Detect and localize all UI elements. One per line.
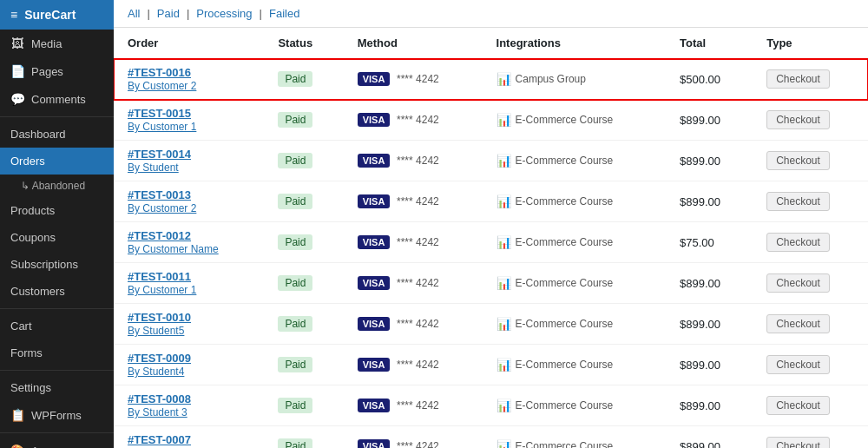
cell-method-1: VISA **** 4242 bbox=[344, 100, 483, 141]
order-customer-8[interactable]: By Student 3 bbox=[128, 406, 187, 418]
cell-type-6: Checkout bbox=[753, 304, 868, 345]
sidebar-divider-2 bbox=[0, 308, 114, 309]
status-badge-4: Paid bbox=[278, 234, 312, 250]
cell-order-1: #TEST-0015 By Customer 1 bbox=[114, 100, 264, 141]
sidebar-item-customers[interactable]: Customers bbox=[0, 278, 114, 305]
table-row: #TEST-0015 By Customer 1 Paid VISA **** … bbox=[114, 100, 868, 141]
cell-total-7: $899.00 bbox=[666, 345, 753, 385]
status-badge-5: Paid bbox=[278, 275, 312, 291]
sidebar-label-dashboard: Dashboard bbox=[10, 128, 66, 141]
checkout-button-3[interactable]: Checkout bbox=[766, 192, 830, 211]
table-row: #TEST-0008 By Student 3 Paid VISA **** 4… bbox=[114, 385, 868, 426]
filter-failed[interactable]: Failed bbox=[269, 7, 299, 20]
cell-status-1: Paid bbox=[264, 100, 343, 141]
sidebar-item-coupons[interactable]: Coupons bbox=[0, 224, 114, 251]
bar-chart-icon-4: 📊 bbox=[496, 235, 511, 249]
sidebar-label-pages: Pages bbox=[31, 65, 63, 78]
checkout-button-9[interactable]: Checkout bbox=[766, 437, 830, 448]
sidebar-label-abandoned: ↳ Abandoned bbox=[21, 180, 85, 192]
cell-status-3: Paid bbox=[264, 181, 343, 222]
filter-sep-1: | bbox=[147, 7, 149, 20]
order-customer-2[interactable]: By Student bbox=[128, 161, 179, 174]
sidebar-item-products[interactable]: Products bbox=[0, 197, 114, 224]
sidebar-item-wpforms[interactable]: 📋 WPForms bbox=[0, 401, 114, 429]
orders-table-wrap: Order Status Method Integrations Total T… bbox=[114, 28, 868, 448]
filter-bar: All | Paid | Processing | Failed bbox=[114, 0, 868, 28]
sidebar-item-dashboard[interactable]: Dashboard bbox=[0, 121, 114, 148]
order-id-1[interactable]: #TEST-0015 bbox=[128, 107, 191, 120]
cell-order-7: #TEST-0009 By Student4 bbox=[114, 345, 264, 385]
order-customer-3[interactable]: By Customer 2 bbox=[128, 202, 196, 214]
cell-order-4: #TEST-0012 By Customer Name bbox=[114, 222, 264, 263]
sidebar-item-cart[interactable]: Cart bbox=[0, 313, 114, 339]
order-id-5[interactable]: #TEST-0011 bbox=[128, 270, 191, 283]
filter-all[interactable]: All bbox=[128, 7, 140, 20]
checkout-button-6[interactable]: Checkout bbox=[766, 314, 830, 333]
sidebar-label-forms: Forms bbox=[10, 346, 43, 359]
sidebar-item-pages[interactable]: 📄 Pages bbox=[0, 57, 114, 85]
surecart-brand[interactable]: ≡ SureCart bbox=[0, 0, 114, 30]
sidebar-item-subscriptions[interactable]: Subscriptions bbox=[0, 251, 114, 278]
cell-total-5: $899.00 bbox=[666, 263, 753, 304]
status-badge-8: Paid bbox=[278, 398, 312, 413]
sidebar-divider-4 bbox=[0, 432, 114, 433]
checkout-button-0[interactable]: Checkout bbox=[766, 69, 830, 89]
sidebar-item-appearance[interactable]: 🎨 Appearance bbox=[0, 437, 114, 448]
cell-total-0: $500.00 bbox=[666, 59, 753, 100]
method-last4-8: **** 4242 bbox=[397, 399, 439, 412]
order-id-7[interactable]: #TEST-0009 bbox=[128, 352, 191, 365]
integration-5: 📊 E-Commerce Course bbox=[496, 276, 614, 290]
order-id-3[interactable]: #TEST-0013 bbox=[128, 188, 191, 201]
order-customer-7[interactable]: By Student4 bbox=[128, 366, 184, 378]
order-id-9[interactable]: #TEST-0007 bbox=[128, 433, 191, 446]
comments-icon: 💬 bbox=[10, 92, 24, 106]
total-amount-3: $899.00 bbox=[680, 195, 720, 208]
bar-chart-icon-8: 📊 bbox=[496, 399, 511, 412]
bar-chart-icon-7: 📊 bbox=[496, 358, 511, 372]
cell-method-5: VISA **** 4242 bbox=[344, 263, 483, 304]
pages-icon: 📄 bbox=[10, 64, 24, 78]
order-customer-6[interactable]: By Student5 bbox=[128, 325, 184, 337]
cell-status-9: Paid bbox=[264, 426, 343, 449]
filter-paid[interactable]: Paid bbox=[157, 7, 180, 20]
sidebar-item-abandoned[interactable]: ↳ Abandoned bbox=[0, 175, 114, 197]
sidebar-label-customers: Customers bbox=[10, 285, 65, 298]
sidebar-label-cart: Cart bbox=[10, 320, 32, 333]
sidebar-item-forms[interactable]: Forms bbox=[0, 339, 114, 366]
cell-status-5: Paid bbox=[264, 263, 343, 304]
order-customer-4[interactable]: By Customer Name bbox=[128, 243, 219, 255]
order-id-0[interactable]: #TEST-0016 bbox=[128, 66, 191, 79]
checkout-button-1[interactable]: Checkout bbox=[766, 110, 830, 129]
checkout-button-4[interactable]: Checkout bbox=[766, 233, 830, 252]
cell-method-8: VISA **** 4242 bbox=[344, 385, 483, 426]
table-row: #TEST-0012 By Customer Name Paid VISA **… bbox=[114, 222, 868, 263]
cell-order-9: #TEST-0007 By Student bbox=[114, 426, 264, 449]
method-last4-0: **** 4242 bbox=[397, 73, 439, 85]
checkout-button-7[interactable]: Checkout bbox=[766, 355, 830, 374]
cell-type-1: Checkout bbox=[753, 100, 868, 141]
sidebar-item-comments[interactable]: 💬 Comments bbox=[0, 85, 114, 113]
cell-type-2: Checkout bbox=[753, 141, 868, 181]
order-id-6[interactable]: #TEST-0010 bbox=[128, 311, 191, 324]
order-id-8[interactable]: #TEST-0008 bbox=[128, 392, 191, 405]
order-id-2[interactable]: #TEST-0014 bbox=[128, 148, 191, 161]
sidebar-item-media[interactable]: 🖼 Media bbox=[0, 30, 114, 57]
filter-processing[interactable]: Processing bbox=[196, 7, 252, 20]
sidebar-label-products: Products bbox=[10, 204, 55, 217]
cell-total-4: $75.00 bbox=[666, 222, 753, 263]
checkout-button-2[interactable]: Checkout bbox=[766, 151, 830, 170]
checkout-button-8[interactable]: Checkout bbox=[766, 396, 830, 415]
sidebar-item-orders[interactable]: Orders bbox=[0, 148, 114, 175]
total-amount-8: $899.00 bbox=[680, 399, 720, 412]
cell-integration-8: 📊 E-Commerce Course bbox=[483, 385, 666, 426]
order-customer-0[interactable]: By Customer 2 bbox=[128, 80, 196, 92]
cell-integration-1: 📊 E-Commerce Course bbox=[483, 100, 666, 141]
status-badge-2: Paid bbox=[278, 153, 312, 168]
cell-type-7: Checkout bbox=[753, 345, 868, 385]
order-customer-5[interactable]: By Customer 1 bbox=[128, 284, 196, 296]
checkout-button-5[interactable]: Checkout bbox=[766, 273, 830, 293]
order-customer-1[interactable]: By Customer 1 bbox=[128, 121, 196, 133]
sidebar-item-settings[interactable]: Settings bbox=[0, 374, 114, 401]
table-row: #TEST-0011 By Customer 1 Paid VISA **** … bbox=[114, 263, 868, 304]
order-id-4[interactable]: #TEST-0012 bbox=[128, 229, 191, 242]
